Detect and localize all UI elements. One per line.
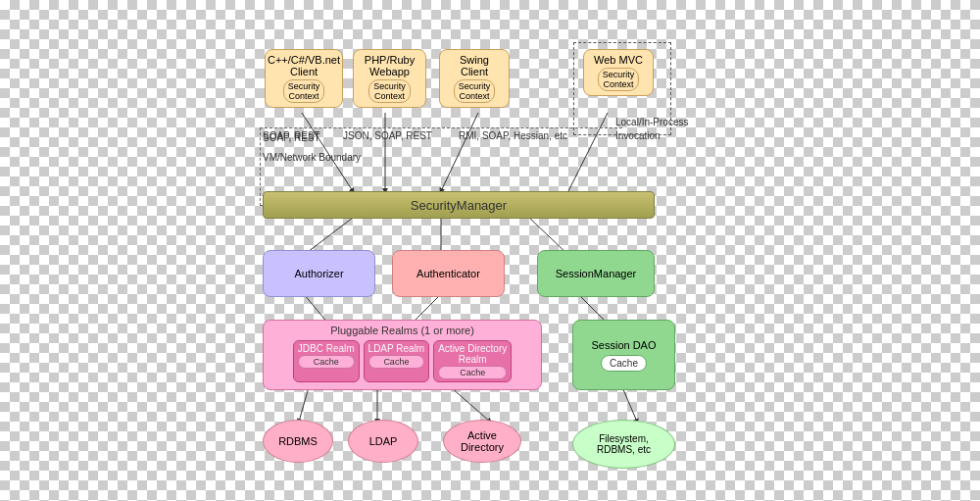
authorizer-box: Authorizer: [263, 250, 375, 297]
php-security-context: SecurityContext: [368, 79, 411, 103]
rdbms-ellipse: RDBMS: [263, 420, 333, 463]
pluggable-realms-container: Pluggable Realms (1 or more) JDBC Realm …: [263, 320, 542, 390]
ldap-ellipse: LDAP: [348, 420, 418, 463]
ldap-label: LDAP: [369, 435, 398, 447]
vm-boundary-label: VM/Network Boundary: [263, 152, 361, 163]
activedir-cache: Cache: [438, 366, 507, 379]
swing-security-context: SecurityContext: [454, 79, 496, 103]
webmvc-boundary: [573, 42, 671, 135]
session-dao-cache: Cache: [601, 355, 647, 372]
jdbc-cache: Cache: [298, 355, 355, 369]
activedir-realm-box: Active DirectoryRealm Cache: [433, 340, 512, 382]
realms-list: JDBC Realm Cache LDAP Realm Cache Active…: [270, 340, 535, 382]
swing-client-box: SwingClient SecurityContext: [439, 49, 510, 108]
cpp-client-title: C++/C#/VB.netClient: [268, 54, 340, 77]
svg-line-12: [451, 387, 490, 422]
cpp-client-box: C++/C#/VB.netClient SecurityContext: [265, 49, 343, 108]
ldap-cache: Cache: [368, 355, 425, 369]
session-manager-label: SessionManager: [556, 268, 637, 279]
active-directory-label: ActiveDirectory: [461, 429, 504, 453]
soap-rest-label2: SOAP, REST: [263, 132, 320, 143]
authenticator-box: Authenticator: [392, 250, 505, 297]
session-manager-box: SessionManager: [537, 250, 655, 297]
diagram-container: SOAP, REST JSON, SOAP, REST RMI, SOAP, H…: [0, 0, 980, 501]
authorizer-label: Authorizer: [294, 268, 343, 279]
jdbc-realm-box: JDBC Realm Cache: [293, 340, 360, 382]
json-soap-rest-label: JSON, SOAP, REST: [343, 130, 432, 141]
active-directory-ellipse: ActiveDirectory: [443, 420, 521, 463]
swing-client-title: SwingClient: [460, 54, 489, 77]
rmi-soap-label: RMI, SOAP, Hessian, etc: [459, 130, 567, 141]
security-manager-label: SecurityManager: [411, 198, 507, 213]
svg-line-13: [622, 387, 637, 422]
svg-line-10: [299, 387, 309, 422]
rdbms-label: RDBMS: [278, 435, 318, 447]
filesystem-ellipse: Filesystem,RDBMS, etc: [572, 420, 675, 469]
session-dao-label: Session DAO: [591, 339, 656, 351]
ldap-realm-box: LDAP Realm Cache: [364, 340, 430, 382]
pluggable-realms-title: Pluggable Realms (1 or more): [270, 325, 535, 336]
security-manager-box: SecurityManager: [263, 191, 655, 219]
cpp-security-context: SecurityContext: [283, 79, 325, 103]
authenticator-label: Authenticator: [416, 268, 480, 279]
filesystem-label: Filesystem,RDBMS, etc: [597, 433, 651, 455]
session-dao-box: Session DAO Cache: [572, 320, 675, 390]
php-client-title: PHP/RubyWebapp: [365, 54, 415, 77]
php-client-box: PHP/RubyWebapp SecurityContext: [353, 49, 426, 108]
